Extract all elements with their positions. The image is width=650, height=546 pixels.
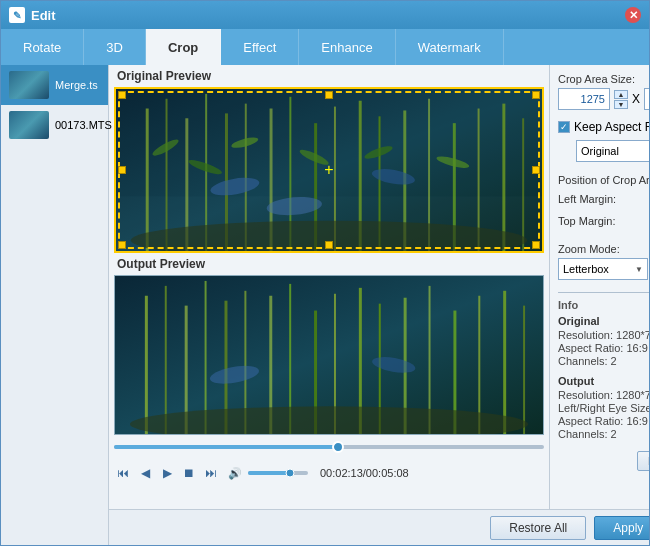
scrubber-fill xyxy=(114,445,338,449)
keep-aspect-checkbox[interactable]: ✓ xyxy=(558,121,570,133)
output-aspect: Aspect Ratio: 16:9 xyxy=(558,415,649,427)
info-header: Info xyxy=(558,299,649,311)
svg-rect-49 xyxy=(503,291,506,434)
titlebar: ✎ Edit ✕ xyxy=(1,1,649,29)
svg-rect-34 xyxy=(165,286,167,434)
crop-position-group: Position of Crop Area: Left Margin: ▲ ▼ … xyxy=(558,174,649,233)
crop-position-label: Position of Crop Area: xyxy=(558,174,649,186)
scrubber-bar[interactable] xyxy=(114,439,544,455)
crop-handle-ml[interactable] xyxy=(118,166,126,174)
aspect-ratio-select[interactable]: Original ▼ xyxy=(576,140,649,162)
top-margin-label: Top Margin: xyxy=(558,215,649,227)
crop-handle-tm[interactable] xyxy=(325,91,333,99)
tab-effect[interactable]: Effect xyxy=(221,29,299,65)
width-spinner: ▲ ▼ xyxy=(614,90,628,109)
top-margin-row: Top Margin: ▲ ▼ xyxy=(558,211,649,231)
close-window-button[interactable]: ✕ xyxy=(625,7,641,23)
video-panels: Original Preview xyxy=(109,65,549,509)
content-area: Merge.ts 00173.MTS Original Preview xyxy=(1,65,649,545)
volume-slider[interactable] xyxy=(248,471,308,475)
preview-section: Original Preview xyxy=(109,65,649,509)
original-video-frame[interactable]: + xyxy=(114,87,544,253)
svg-rect-33 xyxy=(145,296,148,434)
apply-button[interactable]: Apply xyxy=(594,516,649,540)
sidebar-item-label-mts: 00173.MTS xyxy=(55,119,112,131)
svg-rect-50 xyxy=(523,306,525,434)
svg-rect-4 xyxy=(166,99,168,251)
scrubber-thumb[interactable] xyxy=(332,441,344,453)
original-channels: Channels: 2 xyxy=(558,355,649,367)
tab-rotate[interactable]: Rotate xyxy=(1,29,84,65)
file-sidebar: Merge.ts 00173.MTS xyxy=(1,65,109,545)
tab-3d[interactable]: 3D xyxy=(84,29,146,65)
crop-handle-mr[interactable] xyxy=(532,166,540,174)
output-video-frame[interactable] xyxy=(114,275,544,435)
original-aspect: Aspect Ratio: 16:9 xyxy=(558,342,649,354)
crop-size-inputs: ▲ ▼ X ▲ ▼ xyxy=(558,88,649,110)
left-margin-label: Left Margin: xyxy=(558,193,649,205)
zoom-mode-group: Zoom Mode: Letterbox ▼ xyxy=(558,243,649,280)
original-info-subtitle: Original xyxy=(558,315,649,327)
volume-icon: 🔊 xyxy=(228,467,242,480)
bottom-bar: Restore All Apply Close xyxy=(109,509,649,545)
output-eye-size: Left/Right Eye Size: - xyxy=(558,402,649,414)
aspect-ratio-value: Original xyxy=(581,145,619,157)
mts-thumb xyxy=(9,111,49,139)
zoom-dropdown-arrow: ▼ xyxy=(635,265,643,274)
crop-handle-tl[interactable] xyxy=(118,91,126,99)
restore-defaults-button[interactable]: Restore Defaults xyxy=(637,451,649,471)
crop-width-input[interactable] xyxy=(558,88,610,110)
output-channels: Channels: 2 xyxy=(558,428,649,440)
main-content: Original Preview xyxy=(109,65,649,545)
left-margin-row: Left Margin: ▲ ▼ xyxy=(558,189,649,209)
transport-bar: ⏮ ◀ ▶ ⏹ ⏭ 🔊 00:02:13/00:05:08 xyxy=(109,459,549,487)
crosshair: + xyxy=(324,161,333,179)
merge-thumb xyxy=(9,71,49,99)
right-settings-panel: Crop Area Size: ▲ ▼ X ▲ ▼ xyxy=(549,65,649,509)
svg-rect-20 xyxy=(522,118,524,251)
keep-aspect-row: ✓ Keep Aspect Ratio: xyxy=(558,120,649,134)
crop-handle-tr[interactable] xyxy=(532,91,540,99)
tab-watermark[interactable]: Watermark xyxy=(396,29,504,65)
sidebar-item-label-merge: Merge.ts xyxy=(55,79,98,91)
restore-all-button[interactable]: Restore All xyxy=(490,516,586,540)
play-button[interactable]: ▶ xyxy=(158,464,176,482)
output-resolution: Resolution: 1280*720 xyxy=(558,389,649,401)
original-preview-label: Original Preview xyxy=(109,65,549,87)
original-resolution: Resolution: 1280*720 xyxy=(558,329,649,341)
crop-area-size-label: Crop Area Size: xyxy=(558,73,649,85)
sidebar-item-mts[interactable]: 00173.MTS xyxy=(1,105,108,145)
x-separator: X xyxy=(632,92,640,106)
crop-handle-bl[interactable] xyxy=(118,241,126,249)
scrubber-track[interactable] xyxy=(114,445,544,449)
skip-back-button[interactable]: ⏮ xyxy=(114,464,132,482)
skip-forward-button[interactable]: ⏭ xyxy=(202,464,220,482)
width-up-button[interactable]: ▲ xyxy=(614,90,628,99)
info-section: Info Original Resolution: 1280*720 Aspec… xyxy=(558,292,649,441)
crop-area-size-group: Crop Area Size: ▲ ▼ X ▲ ▼ xyxy=(558,73,649,110)
tabs-bar: Rotate 3D Crop Effect Enhance Watermark xyxy=(1,29,649,65)
aspect-select-wrapper: Original ▼ xyxy=(576,140,649,162)
tab-enhance[interactable]: Enhance xyxy=(299,29,395,65)
edit-window: ✎ Edit ✕ Rotate 3D Crop Effect Enhance W… xyxy=(0,0,650,546)
sidebar-item-merge[interactable]: Merge.ts xyxy=(1,65,108,105)
original-video-content: + xyxy=(116,89,542,251)
stop-button[interactable]: ⏹ xyxy=(180,464,198,482)
output-info-block: Output Resolution: 1280*720 Left/Right E… xyxy=(558,375,649,440)
output-info-subtitle: Output xyxy=(558,375,649,387)
zoom-mode-label: Zoom Mode: xyxy=(558,243,649,255)
zoom-mode-select[interactable]: Letterbox ▼ xyxy=(558,258,648,280)
time-display: 00:02:13/00:05:08 xyxy=(320,467,409,479)
svg-rect-19 xyxy=(502,104,505,251)
prev-frame-button[interactable]: ◀ xyxy=(136,464,154,482)
app-icon: ✎ xyxy=(9,7,25,23)
width-down-button[interactable]: ▼ xyxy=(614,100,628,109)
svg-rect-3 xyxy=(146,109,149,251)
keep-aspect-label: Keep Aspect Ratio: xyxy=(574,120,649,134)
crop-handle-bm[interactable] xyxy=(325,241,333,249)
crop-handle-br[interactable] xyxy=(532,241,540,249)
tab-crop[interactable]: Crop xyxy=(146,29,221,65)
crop-height-input[interactable] xyxy=(644,88,649,110)
window-title: Edit xyxy=(31,8,625,23)
video-scene-output xyxy=(115,276,543,434)
